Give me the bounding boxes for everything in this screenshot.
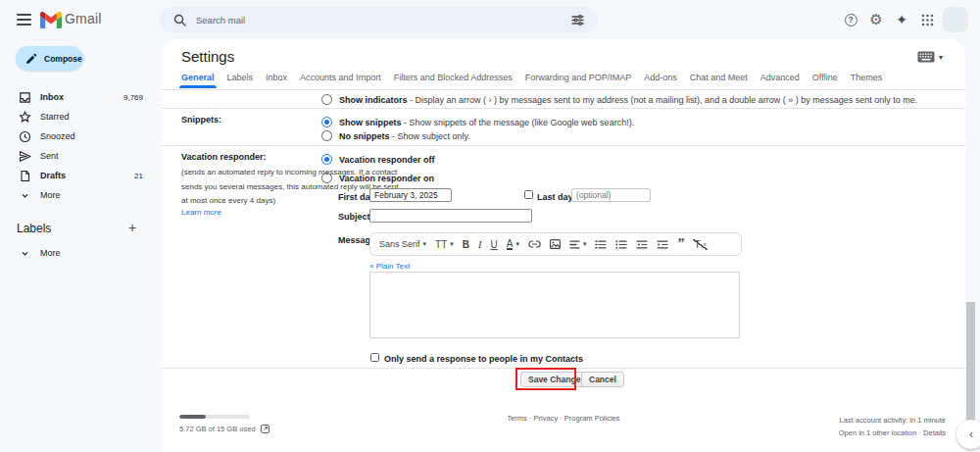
font-size-button[interactable]: TT▾ xyxy=(435,239,454,250)
contacts-only-label[interactable]: Only send a response to people in my Con… xyxy=(384,354,583,364)
last-day-label: Last day: xyxy=(537,192,576,202)
last-day-checkbox[interactable] xyxy=(524,190,533,199)
sidebar-item-sent[interactable]: Sent xyxy=(0,146,157,166)
tab-inbox[interactable]: Inbox xyxy=(266,73,287,88)
hamburger-menu-icon[interactable] xyxy=(17,14,31,29)
search-icon xyxy=(173,14,186,26)
gmail-wordmark: Gmail xyxy=(65,11,102,26)
text-color-button[interactable]: A▾ xyxy=(507,239,519,250)
subject-input[interactable] xyxy=(369,209,532,223)
indent-less-icon[interactable] xyxy=(636,240,648,249)
sidebar-item-inbox[interactable]: Inbox 9,769 xyxy=(0,87,157,107)
send-icon xyxy=(19,150,31,163)
details-link[interactable]: Details xyxy=(923,428,946,437)
show-snippets-option[interactable]: Show snippets - Show snippets of the mes… xyxy=(339,118,634,127)
caret-down-icon: ▾ xyxy=(939,53,943,62)
help-icon[interactable]: ? xyxy=(838,7,863,32)
last-account-activity: Last account activity: in 1 minute xyxy=(839,414,946,427)
tab-add-ons[interactable]: Add-ons xyxy=(644,73,677,88)
subject-label: Subject: xyxy=(338,212,373,222)
tab-forwarding-and-pop-imap[interactable]: Forwarding and POP/IMAP xyxy=(525,73,632,88)
vacation-responder-label: Vacation responder: xyxy=(181,152,267,162)
quote-icon[interactable]: ” xyxy=(677,239,684,249)
search-input[interactable]: Search mail xyxy=(196,15,571,25)
storage-usage: 5.72 GB of 15 GB used xyxy=(179,425,270,433)
insert-image-icon[interactable] xyxy=(550,239,561,249)
labels-header: Labels xyxy=(17,222,51,235)
create-label-plus-icon[interactable]: + xyxy=(128,220,136,235)
tab-general[interactable]: General xyxy=(181,73,215,88)
cancel-button[interactable]: Cancel xyxy=(581,372,624,387)
sidebar-item-more[interactable]: More xyxy=(0,185,157,205)
sidebar-item-drafts[interactable]: Drafts 21 xyxy=(0,166,157,185)
star-icon xyxy=(19,111,31,124)
show-indicators-radio[interactable] xyxy=(321,94,332,105)
numbered-list-icon[interactable] xyxy=(595,240,607,249)
account-activity: Last account activity: in 1 minute Open … xyxy=(839,414,946,439)
settings-gear-icon[interactable]: ⚙ xyxy=(863,7,889,32)
caret-down-icon: ▾ xyxy=(450,240,454,248)
chevron-down-icon xyxy=(19,247,31,260)
compose-button[interactable]: Compose xyxy=(16,46,83,71)
show-indicators-option[interactable]: Show indicators - Display an arrow ( › )… xyxy=(339,95,947,105)
italic-button[interactable]: I xyxy=(478,239,482,250)
vacation-message-textarea[interactable] xyxy=(369,272,740,338)
privacy-link[interactable]: Privacy xyxy=(534,414,559,423)
caret-down-icon: ▾ xyxy=(423,240,427,248)
inbox-count: 9,769 xyxy=(123,93,143,102)
compose-label: Compose xyxy=(44,54,82,64)
gemini-sparkle-icon[interactable]: ✦ xyxy=(889,7,914,32)
underline-button[interactable]: U xyxy=(491,239,498,250)
top-bar: Gmail Search mail ? ⚙ ✦ xyxy=(0,0,980,39)
bold-button[interactable]: B xyxy=(463,239,469,250)
no-snippets-option[interactable]: No snippets - Show subject only. xyxy=(339,131,470,141)
tab-accounts-and-import[interactable]: Accounts and Import xyxy=(300,73,381,88)
align-button[interactable]: ▾ xyxy=(569,240,587,249)
vacation-responder-off-radio[interactable] xyxy=(321,154,332,165)
indent-more-icon[interactable] xyxy=(657,240,668,249)
sidebar-item-starred[interactable]: Starred xyxy=(0,107,157,126)
plain-text-toggle-link[interactable]: « Plain Text xyxy=(369,262,410,271)
show-snippets-radio[interactable] xyxy=(321,117,332,127)
contacts-only-checkbox[interactable] xyxy=(370,353,379,362)
terms-link[interactable]: Terms xyxy=(507,414,526,423)
font-family-select[interactable]: Sans Serif▾ xyxy=(379,239,426,249)
search-options-icon[interactable] xyxy=(571,14,584,26)
show-side-panel-button[interactable]: ‹ xyxy=(956,420,980,449)
tab-offline[interactable]: Offline xyxy=(812,73,838,88)
last-day-input[interactable] xyxy=(571,188,651,202)
formatting-toolbar: Sans Serif▾ TT▾ B I U A▾ ▾ ” Tx xyxy=(369,232,742,256)
sidebar-labels-more[interactable]: More xyxy=(0,243,157,263)
tab-filters-and-blocked-addresses[interactable]: Filters and Blocked Addresses xyxy=(394,73,513,88)
external-link-icon[interactable] xyxy=(261,425,270,433)
page-title: Settings xyxy=(181,48,234,65)
snippets-row-label: Snippets: xyxy=(181,115,221,125)
remove-formatting-icon[interactable]: Tx xyxy=(693,239,707,250)
gmail-logo-icon[interactable] xyxy=(40,12,62,28)
input-tools-selector[interactable]: ▾ xyxy=(917,51,943,63)
search-bar[interactable]: Search mail xyxy=(160,7,598,32)
tab-themes[interactable]: Themes xyxy=(851,73,883,88)
vacation-responder-off-label[interactable]: Vacation responder off xyxy=(339,155,435,165)
avatar[interactable] xyxy=(943,7,968,32)
insert-link-icon[interactable] xyxy=(528,239,541,249)
tab-advanced[interactable]: Advanced xyxy=(760,73,800,88)
vacation-responder-on-label[interactable]: Vacation responder on xyxy=(339,174,434,183)
tab-labels[interactable]: Labels xyxy=(227,73,254,88)
inbox-icon xyxy=(19,91,31,104)
open-location-text: Open in 1 other location xyxy=(839,428,917,437)
learn-more-link[interactable]: Learn more xyxy=(181,208,221,217)
google-apps-grid-icon[interactable] xyxy=(914,7,940,32)
chevron-down-icon xyxy=(19,189,31,202)
chevron-left-icon: ‹ xyxy=(969,427,973,441)
vacation-responder-on-radio[interactable] xyxy=(321,173,332,183)
program-policies-link[interactable]: Program Policies xyxy=(564,414,620,423)
tab-chat-and-meet[interactable]: Chat and Meet xyxy=(690,73,748,88)
clock-icon xyxy=(19,130,31,143)
bulleted-list-icon[interactable] xyxy=(615,240,627,249)
keyboard-icon xyxy=(917,51,935,63)
settings-tabs: General Labels Inbox Accounts and Import… xyxy=(181,73,882,88)
sidebar-item-snoozed[interactable]: Snoozed xyxy=(0,126,157,146)
no-snippets-radio[interactable] xyxy=(321,130,332,141)
first-day-input[interactable] xyxy=(369,188,452,202)
